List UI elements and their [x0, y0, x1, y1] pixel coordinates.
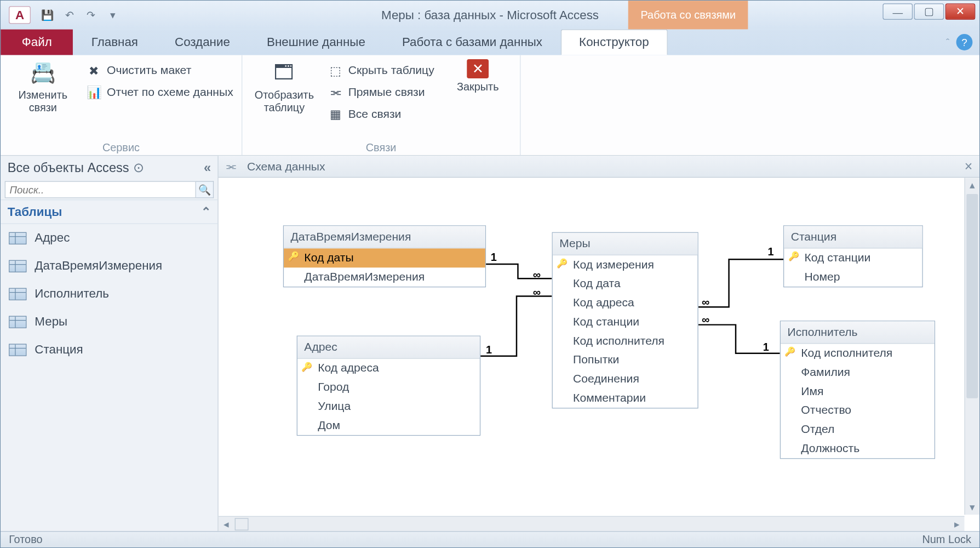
clear-layout-label: Очистить макет	[107, 64, 191, 78]
help-icon[interactable]: ?	[956, 34, 973, 50]
table-field[interactable]: Код исполнителя	[781, 344, 935, 363]
table-box-station[interactable]: Станция Код станции Номер	[783, 225, 923, 287]
table-header: Исполнитель	[781, 321, 935, 344]
table-header: Адрес	[297, 336, 480, 359]
hide-table-label: Скрыть таблицу	[348, 64, 434, 78]
minimize-button[interactable]: —	[882, 3, 913, 20]
table-field[interactable]: ДатаВремяИзмерения	[284, 267, 485, 287]
relationships-canvas[interactable]: 1 ∞ 1 ∞ ∞ 1 ∞ 1 ДатаВремяИзмерения Код д…	[219, 178, 979, 531]
table-field[interactable]: Комментарии	[553, 389, 698, 408]
table-field[interactable]: Код измерения	[553, 255, 698, 275]
table-field[interactable]: Отдел	[781, 420, 935, 439]
relationship-report-button[interactable]: 📊 Отчет по схеме данных	[87, 85, 233, 100]
show-table-icon: 🗔	[270, 59, 300, 87]
clear-layout-button[interactable]: ✖ Очистить макет	[87, 64, 233, 78]
search-icon[interactable]: 🔍	[196, 181, 214, 198]
scroll-down-icon[interactable]: ▾	[965, 500, 979, 515]
table-field[interactable]: Город	[297, 378, 480, 397]
table-field[interactable]: Код станции	[784, 248, 922, 267]
nav-item-datetime[interactable]: ДатаВремяИзмерения	[1, 252, 217, 280]
nav-item-station[interactable]: Станция	[1, 336, 217, 364]
table-field[interactable]: Фамилия	[781, 363, 935, 382]
table-field[interactable]: Дом	[297, 416, 480, 435]
table-field[interactable]: Соединения	[553, 370, 698, 389]
scroll-left-icon[interactable]: ◂	[219, 517, 233, 531]
table-field[interactable]: Код дата	[553, 275, 698, 294]
qat-dropdown-icon[interactable]: ▾	[106, 8, 121, 22]
table-header: Меры	[553, 233, 698, 255]
app-icon: А	[9, 6, 31, 24]
tab-file[interactable]: Файл	[1, 29, 73, 55]
collapse-icon[interactable]: ⌃	[201, 204, 211, 219]
nav-item-address[interactable]: Адрес	[1, 224, 217, 252]
datasheet-view-icon[interactable]	[235, 518, 249, 530]
redo-icon[interactable]: ↷	[84, 8, 99, 22]
table-field[interactable]: Код станции	[553, 312, 698, 332]
nav-category-label: Таблицы	[8, 204, 62, 219]
table-icon	[9, 260, 26, 272]
search-input[interactable]	[5, 181, 196, 198]
document-tab[interactable]: ⫘ Схема данных ×	[219, 156, 979, 178]
tab-create[interactable]: Создание	[156, 29, 248, 55]
nav-collapse-icon[interactable]: «	[204, 161, 211, 175]
table-field[interactable]: Попытки	[553, 351, 698, 370]
table-box-measures[interactable]: Меры Код измерения Код дата Код адреса К…	[552, 232, 698, 409]
direct-relationships-label: Прямые связи	[348, 86, 425, 100]
group-relationships-label: Связи	[250, 139, 512, 153]
vertical-scrollbar[interactable]: ▴ ▾	[964, 178, 979, 515]
edit-relationships-label: Изменить связи	[9, 89, 77, 115]
rel-label-many: ∞	[533, 287, 541, 299]
close-icon: ✕	[467, 59, 489, 78]
status-bar: Готово Num Lock	[1, 531, 979, 547]
tab-design[interactable]: Конструктор	[561, 29, 668, 55]
undo-icon[interactable]: ↶	[62, 8, 77, 22]
direct-relationships-button[interactable]: ⫘ Прямые связи	[328, 85, 434, 100]
table-box-address[interactable]: Адрес Код адреса Город Улица Дом	[297, 336, 480, 436]
scroll-thumb[interactable]	[966, 194, 978, 398]
status-ready: Готово	[9, 533, 42, 545]
table-icon	[9, 288, 26, 300]
hide-table-button[interactable]: ⬚ Скрыть таблицу	[328, 64, 434, 78]
table-field[interactable]: Код исполнителя	[553, 332, 698, 351]
contextual-tab-label: Работа со связями	[628, 1, 748, 29]
table-box-datetime[interactable]: ДатаВремяИзмерения Код даты ДатаВремяИзм…	[283, 225, 486, 287]
navigation-pane: Все объекты Access ⊙ « 🔍 Таблицы ⌃ Адрес…	[1, 156, 219, 532]
rel-label-many: ∞	[702, 314, 709, 326]
nav-item-executor[interactable]: Исполнитель	[1, 280, 217, 308]
edit-relationships-button[interactable]: 📇 Изменить связи	[9, 59, 77, 114]
horizontal-scrollbar[interactable]: ◂ ▸	[219, 516, 965, 531]
show-table-button[interactable]: 🗔 Отобразить таблицу	[250, 59, 318, 114]
minimize-ribbon-icon[interactable]: ˆ	[946, 36, 949, 48]
all-relationships-button[interactable]: ▦ Все связи	[328, 107, 434, 122]
scroll-right-icon[interactable]: ▸	[949, 517, 964, 531]
table-field[interactable]: Улица	[297, 397, 480, 416]
nav-item-label: Исполнитель	[35, 287, 109, 301]
table-field[interactable]: Код адреса	[553, 293, 698, 312]
tab-database-tools[interactable]: Работа с базами данных	[383, 29, 560, 55]
tab-home[interactable]: Главная	[73, 29, 156, 55]
close-button[interactable]: ✕ Закрыть	[444, 59, 512, 94]
status-numlock: Num Lock	[922, 533, 971, 545]
nav-item-measures[interactable]: Меры	[1, 308, 217, 336]
nav-header-label: Все объекты Access	[8, 161, 129, 175]
close-window-button[interactable]: ✕	[945, 3, 976, 20]
table-box-executor[interactable]: Исполнитель Код исполнителя Фамилия Имя …	[780, 321, 935, 459]
table-field[interactable]: Имя	[781, 382, 935, 401]
maximize-button[interactable]: ▢	[914, 3, 944, 20]
rel-label-one: 1	[486, 344, 492, 356]
table-field[interactable]: Код даты	[284, 248, 485, 267]
table-field[interactable]: Номер	[784, 267, 922, 287]
table-field[interactable]: Отчество	[781, 401, 935, 420]
tab-close-icon[interactable]: ×	[965, 158, 973, 174]
save-icon[interactable]: 💾	[40, 8, 55, 22]
nav-dropdown-icon[interactable]: ⊙	[133, 160, 144, 176]
nav-item-label: Меры	[35, 315, 67, 329]
nav-category-tables[interactable]: Таблицы ⌃	[1, 199, 217, 224]
table-field[interactable]: Должность	[781, 439, 935, 458]
table-field[interactable]: Код адреса	[297, 359, 480, 378]
scroll-up-icon[interactable]: ▴	[965, 178, 979, 192]
rel-label-one: 1	[767, 246, 773, 258]
nav-header[interactable]: Все объекты Access ⊙ «	[1, 156, 217, 180]
tab-external-data[interactable]: Внешние данные	[248, 29, 383, 55]
group-relationships: 🗔 Отобразить таблицу ⬚ Скрыть таблицу ⫘ …	[242, 55, 521, 156]
